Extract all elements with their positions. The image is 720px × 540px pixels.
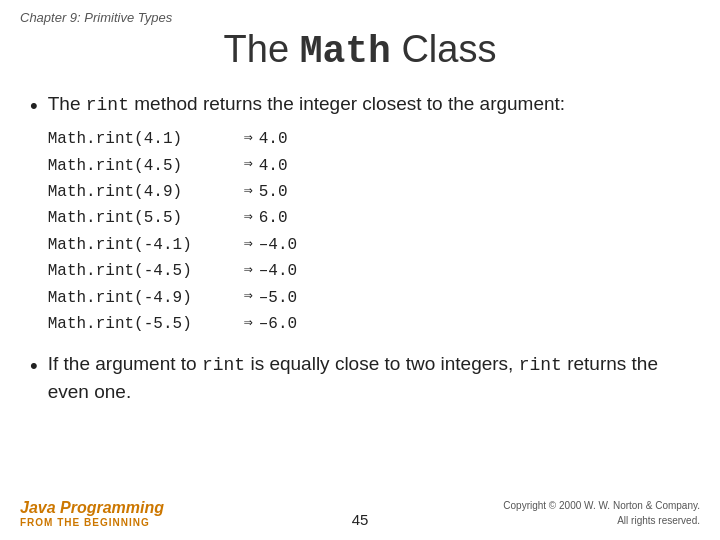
content-area: • The rint method returns the integer cl… [30, 91, 690, 405]
code-expr: Math.rint(4.5) [48, 153, 238, 179]
bullet-text-2: If the argument to rint is equally close… [48, 351, 690, 405]
bullet2-mono1: rint [202, 355, 245, 375]
code-expr: Math.rint(-5.5) [48, 311, 238, 337]
title-mono: Math [300, 30, 391, 73]
code-line: Math.rint(-4.9)⇒–5.0 [48, 285, 565, 311]
footer: Java Programming FROM THE BEGINNING 45 C… [0, 498, 720, 528]
footer-left: Java Programming FROM THE BEGINNING [20, 499, 330, 528]
arrow-icon: ⇒ [244, 153, 253, 178]
bullet1-suffix: method returns the integer closest to th… [129, 93, 565, 114]
arrow-icon: ⇒ [244, 127, 253, 152]
footer-sub: FROM THE BEGINNING [20, 517, 330, 528]
code-line: Math.rint(4.9)⇒5.0 [48, 179, 565, 205]
arrow-icon: ⇒ [244, 312, 253, 337]
bullet2-prefix: If the argument to [48, 353, 202, 374]
chapter-label: Chapter 9: Primitive Types [20, 10, 172, 25]
code-expr: Math.rint(4.1) [48, 126, 238, 152]
code-line: Math.rint(4.1)⇒4.0 [48, 126, 565, 152]
code-result: –5.0 [259, 285, 297, 311]
code-line: Math.rint(-5.5)⇒–6.0 [48, 311, 565, 337]
bullet-item-2: • If the argument to rint is equally clo… [30, 351, 690, 405]
code-line: Math.rint(5.5)⇒6.0 [48, 205, 565, 231]
bullet2-middle: is equally close to two integers, [245, 353, 519, 374]
arrow-icon: ⇒ [244, 285, 253, 310]
title-prefix: The [224, 28, 300, 70]
code-expr: Math.rint(-4.1) [48, 232, 238, 258]
code-block: Math.rint(4.1)⇒4.0Math.rint(4.5)⇒4.0Math… [48, 126, 565, 337]
bullet1-mono: rint [86, 95, 129, 115]
code-line: Math.rint(4.5)⇒4.0 [48, 153, 565, 179]
code-result: 4.0 [259, 126, 288, 152]
bullet-text-1: The rint method returns the integer clos… [48, 91, 565, 337]
arrow-icon: ⇒ [244, 180, 253, 205]
code-result: 5.0 [259, 179, 288, 205]
bullet2-mono2: rint [519, 355, 562, 375]
code-result: –4.0 [259, 232, 297, 258]
arrow-icon: ⇒ [244, 259, 253, 284]
code-expr: Math.rint(-4.9) [48, 285, 238, 311]
code-expr: Math.rint(-4.5) [48, 258, 238, 284]
code-result: 4.0 [259, 153, 288, 179]
main-title: The Math Class [0, 28, 720, 73]
code-result: –6.0 [259, 311, 297, 337]
code-expr: Math.rint(5.5) [48, 205, 238, 231]
code-line: Math.rint(-4.5)⇒–4.0 [48, 258, 565, 284]
code-expr: Math.rint(4.9) [48, 179, 238, 205]
footer-brand: Java Programming [20, 499, 330, 517]
code-result: 6.0 [259, 205, 288, 231]
code-result: –4.0 [259, 258, 297, 284]
title-suffix: Class [391, 28, 497, 70]
bullet-dot-2: • [30, 353, 38, 379]
footer-copyright: Copyright © 2000 W. W. Norton & Company.… [390, 498, 700, 528]
arrow-icon: ⇒ [244, 233, 253, 258]
bullet-dot-1: • [30, 93, 38, 119]
arrow-icon: ⇒ [244, 206, 253, 231]
bullet-item-1: • The rint method returns the integer cl… [30, 91, 690, 337]
footer-page-number: 45 [330, 511, 390, 528]
bullet1-prefix: The [48, 93, 86, 114]
code-line: Math.rint(-4.1)⇒–4.0 [48, 232, 565, 258]
